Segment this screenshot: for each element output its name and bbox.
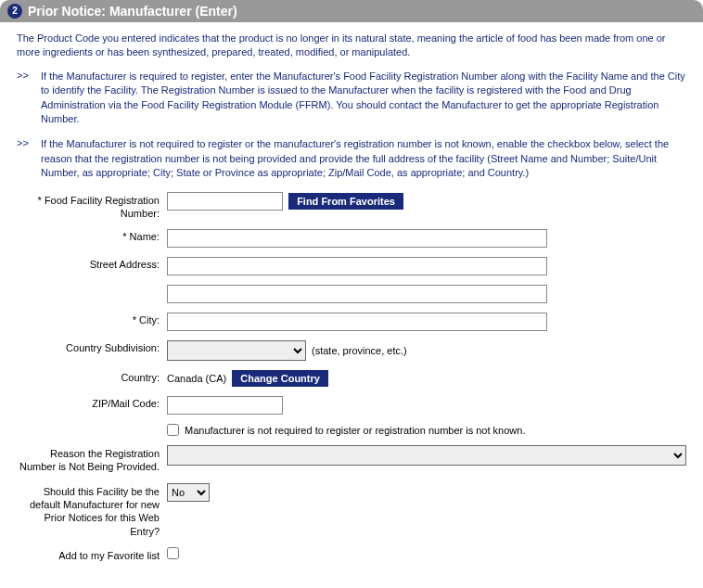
default-manufacturer-label: Should this Facility be the default Manu… — [17, 483, 167, 538]
not-required-label: Manufacturer is not required to register… — [185, 425, 525, 436]
bullet-marker: >> — [17, 70, 41, 127]
step-number-badge: 2 — [7, 4, 22, 19]
registration-number-input[interactable] — [167, 192, 283, 211]
country-label: Country: — [17, 370, 167, 383]
bullet-1: >> If the Manufacturer is required to re… — [17, 70, 686, 127]
zip-input[interactable] — [167, 396, 283, 415]
bullet-marker: >> — [17, 137, 41, 180]
city-label: * City: — [17, 313, 167, 326]
street-address-1-input[interactable] — [167, 257, 547, 275]
bullet-2: >> If the Manufacturer is not required t… — [17, 137, 686, 180]
change-country-button[interactable]: Change Country — [232, 370, 328, 387]
city-input[interactable] — [167, 313, 547, 331]
not-required-checkbox[interactable] — [167, 424, 179, 436]
country-subdivision-select[interactable] — [167, 340, 306, 361]
intro-text: The Product Code you entered indicates t… — [17, 32, 686, 60]
name-label: * Name: — [17, 229, 167, 242]
country-value: Canada (CA) — [167, 373, 226, 384]
section-title: Prior Notice: Manufacturer (Enter) — [28, 4, 237, 19]
street-address-2-label — [17, 285, 167, 287]
street-address-label: Street Address: — [17, 257, 167, 270]
zip-label: ZIP/Mail Code: — [17, 396, 167, 409]
add-favorite-checkbox[interactable] — [167, 547, 179, 559]
reason-label: Reason the Registration Number is Not Be… — [17, 445, 167, 474]
default-manufacturer-select[interactable]: No — [167, 483, 210, 502]
find-from-favorites-button[interactable]: Find From Favorites — [288, 193, 403, 210]
registration-number-label: * Food Facility Registration Number: — [17, 192, 167, 221]
section-header: 2 Prior Notice: Manufacturer (Enter) — [0, 0, 703, 22]
reason-select[interactable] — [167, 445, 686, 466]
name-input[interactable] — [167, 229, 547, 248]
bullet-2-text: If the Manufacturer is not required to r… — [41, 137, 686, 180]
favorite-label: Add to my Favorite list — [17, 547, 167, 562]
country-subdivision-label: Country Subdivision: — [17, 340, 167, 353]
subdivision-hint: (state, province, etc.) — [312, 345, 407, 356]
bullet-1-text: If the Manufacturer is required to regis… — [41, 70, 686, 127]
street-address-2-input[interactable] — [167, 285, 547, 303]
